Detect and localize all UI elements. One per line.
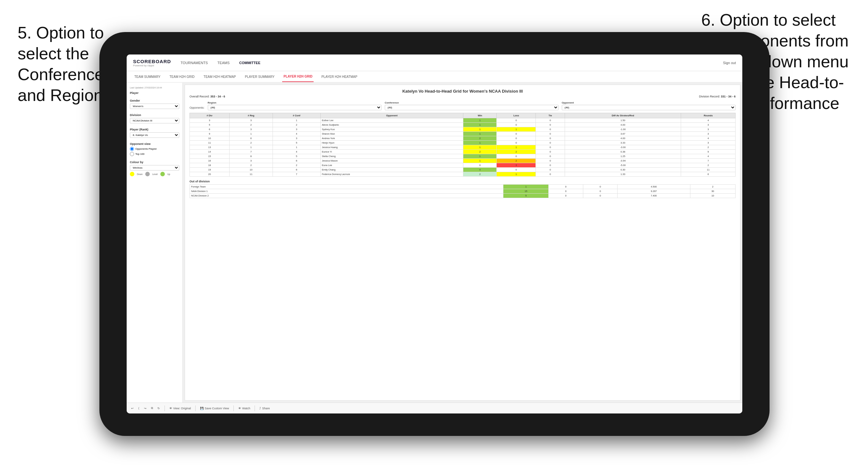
sidebar-division-section: Division NCAA Division III bbox=[130, 114, 179, 123]
sign-out-link[interactable]: Sign out bbox=[723, 61, 736, 65]
division-select[interactable]: NCAA Division III bbox=[130, 118, 179, 123]
cell-opponent: Sharon Mun bbox=[320, 132, 463, 136]
cell-rounds: 10 bbox=[690, 194, 735, 198]
share-icon: ⤴ bbox=[259, 407, 261, 410]
cell-rounds: 6 bbox=[681, 172, 736, 177]
opponent-view-radio-group: Opponents Played Top 100 bbox=[130, 147, 179, 156]
out-of-division-row: NCAA Division 2 5 0 0 7.400 10 bbox=[190, 194, 736, 198]
cell-tie: 0 bbox=[536, 118, 565, 123]
cell-conf: 1 bbox=[273, 118, 321, 123]
colour-by-label: Colour by bbox=[130, 161, 179, 164]
out-of-division-row: NAIA Division 1 15 0 0 9.267 30 bbox=[190, 189, 736, 194]
opponent-view-label: Opponent view bbox=[130, 142, 179, 146]
sub-nav-player-h2h-grid[interactable]: PLAYER H2H GRID bbox=[282, 71, 314, 82]
cell-opponent: Federica Domecq Lacroze bbox=[320, 172, 463, 177]
cell-tie: 0 bbox=[536, 123, 565, 127]
filter-region-select[interactable]: (All) bbox=[208, 105, 381, 110]
radio-opponents-played-input[interactable] bbox=[130, 147, 134, 151]
sub-nav-player-summary[interactable]: PLAYER SUMMARY bbox=[244, 71, 276, 82]
opponents-label: Opponents: bbox=[189, 106, 205, 110]
table-row: 3 3 1 Esther Lee 1 0 0 1.50 4 bbox=[190, 118, 736, 123]
filter-region-label: Region bbox=[208, 101, 381, 104]
colour-by-select[interactable]: Win/loss bbox=[130, 165, 179, 170]
out-of-division-title: Out of division bbox=[189, 180, 736, 183]
view-original-btn[interactable]: 👁 View: Original bbox=[169, 407, 191, 410]
cell-rounds: 2 bbox=[681, 145, 736, 150]
cell-diff: 4.500 bbox=[618, 185, 690, 189]
cell-div: 11 bbox=[190, 141, 229, 145]
cell-reg: 10 bbox=[229, 168, 273, 172]
nav-teams[interactable]: TEAMS bbox=[217, 60, 229, 66]
cell-div: 16 bbox=[190, 159, 229, 163]
table-row: 18 2 2 Euna Lee 0 3 0 -5.00 2 bbox=[190, 163, 736, 168]
cell-div: 13 bbox=[190, 145, 229, 150]
nav-tournaments[interactable]: TOURNAMENTS bbox=[181, 60, 208, 66]
cell-div: 19 bbox=[190, 168, 229, 172]
cell-div: 3 bbox=[190, 118, 229, 123]
share-btn[interactable]: ⤴ Share bbox=[259, 407, 270, 410]
filter-opponent-label: Opponent bbox=[562, 101, 736, 104]
sidebar-colour-section: Colour by Win/loss Down Level Up bbox=[130, 161, 179, 176]
sub-nav-team-h2h-heatmap[interactable]: TEAM H2H HEATMAP bbox=[202, 71, 237, 82]
cell-tie: 0 bbox=[583, 194, 617, 198]
table-row: 11 2 5 Heejo Hyun 1 0 0 3.33 3 bbox=[190, 141, 736, 145]
cell-loss: 0 bbox=[497, 168, 536, 172]
sub-nav-team-h2h-grid[interactable]: TEAM H2H GRID bbox=[168, 71, 196, 82]
cell-diff: 3.33 bbox=[565, 141, 681, 145]
cell-diff: -0.94 bbox=[565, 159, 681, 163]
cell-conf: 2 bbox=[273, 163, 321, 168]
save-custom-btn[interactable]: 💾 Save Custom View bbox=[200, 407, 229, 410]
radio-top100[interactable]: Top 100 bbox=[130, 152, 179, 156]
cell-diff: 9.267 bbox=[618, 189, 690, 194]
nav-committee[interactable]: COMMITTEE bbox=[239, 60, 260, 66]
gender-select[interactable]: Women's bbox=[130, 103, 179, 109]
sub-nav-team-summary[interactable]: TEAM SUMMARY bbox=[133, 71, 162, 82]
filter-conference-select[interactable]: (All) bbox=[385, 105, 559, 110]
col-reg: # Reg bbox=[229, 113, 273, 118]
cell-tie: 0 bbox=[536, 145, 565, 150]
cell-reg: 3 bbox=[229, 118, 273, 123]
undo-btn[interactable]: ↩ bbox=[131, 407, 134, 410]
filter-opponent-select[interactable]: (All) bbox=[562, 105, 736, 110]
cell-conf: 5 bbox=[273, 141, 321, 145]
sidebar-opponent-view-section: Opponent view Opponents Played Top 100 bbox=[130, 142, 179, 156]
cell-loss: 1 bbox=[497, 172, 536, 177]
tablet-device: SCOREBOARD Powered by clippd TOURNAMENTS… bbox=[99, 32, 770, 436]
sub-nav-player-h2h-heatmap[interactable]: PLAYER H2H HEATMAP bbox=[320, 71, 359, 82]
watch-btn[interactable]: 👁 Watch bbox=[238, 407, 250, 410]
radio-top100-input[interactable] bbox=[130, 152, 134, 156]
cell-reg: 6 bbox=[229, 136, 273, 141]
cell-loss: 0 bbox=[549, 185, 583, 189]
cell-win: 2 bbox=[463, 172, 497, 177]
cell-tie: 0 bbox=[536, 132, 565, 136]
radio-opponents-played[interactable]: Opponents Played bbox=[130, 147, 179, 151]
cell-conf: 5 bbox=[273, 154, 321, 159]
cell-rounds: 7 bbox=[681, 159, 736, 163]
redo-left-btn[interactable]: ⟨ bbox=[138, 407, 140, 410]
table-row: 15 8 5 Stella Cheng 1 0 0 1.25 4 bbox=[190, 154, 736, 159]
player-rank-select[interactable]: 8. Katelyn Vo bbox=[130, 132, 179, 138]
cell-div: 14 bbox=[190, 150, 229, 154]
cell-diff: 3.67 bbox=[565, 132, 681, 136]
cell-diff: 1.25 bbox=[565, 154, 681, 159]
cell-loss: 2 bbox=[497, 159, 536, 163]
cell-rounds: 4 bbox=[681, 118, 736, 123]
cell-reg: 8 bbox=[229, 154, 273, 159]
cell-tie: 0 bbox=[536, 136, 565, 141]
cell-opponent: Heejo Hyun bbox=[320, 141, 463, 145]
copy-btn[interactable]: ⧉ bbox=[151, 406, 153, 410]
view-original-label: View: Original bbox=[173, 407, 191, 410]
colour-down-circle bbox=[130, 172, 134, 176]
sidebar: Last Updated: 27/03/2024 16:44 Player Ge… bbox=[127, 83, 183, 403]
cell-conf: 3 bbox=[273, 136, 321, 141]
logo-sub: Powered by clippd bbox=[133, 64, 171, 67]
colour-up-label: Up bbox=[167, 173, 170, 175]
cell-diff: 1.50 bbox=[565, 118, 681, 123]
cell-reg: 3 bbox=[229, 159, 273, 163]
cell-opponent: Stella Cheng bbox=[320, 154, 463, 159]
table-row: 9 1 4 Sharon Mun 1 0 0 3.67 3 bbox=[190, 132, 736, 136]
redo-right-btn[interactable]: ↪ bbox=[144, 407, 147, 410]
rotate-btn[interactable]: ↻ bbox=[157, 407, 160, 410]
cell-loss: 1 bbox=[497, 127, 536, 132]
last-updated: Last Updated: 27/03/2024 16:44 bbox=[130, 87, 179, 89]
